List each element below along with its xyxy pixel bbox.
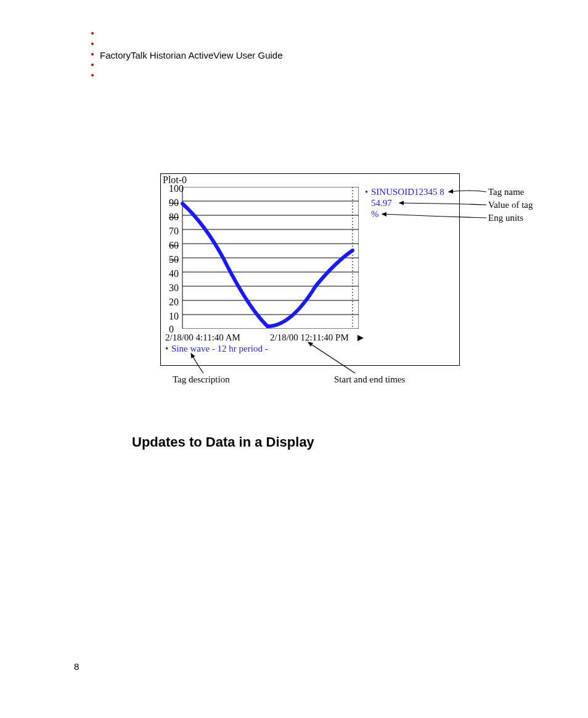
decorative-dot (91, 32, 94, 35)
decorative-dot (91, 43, 94, 45)
plot-svg (168, 187, 359, 329)
section-heading: Updates to Data in a Display (132, 434, 314, 450)
y-tick-40: 40 (169, 268, 179, 279)
plot-area (168, 187, 359, 329)
decorative-dot (91, 53, 94, 56)
play-forward-icon (356, 334, 365, 342)
y-tick-80: 80 (169, 212, 179, 223)
y-tick-90: 90 (169, 197, 179, 208)
legend-tag-value: 54.97 (371, 198, 392, 208)
document-header-title: FactoryTalk Historian ActiveView User Gu… (100, 50, 283, 60)
y-tick-50: 50 (169, 254, 179, 265)
legend-tag-units: % (371, 209, 379, 220)
y-tick-10: 10 (169, 311, 179, 322)
y-tick-60: 60 (169, 240, 179, 251)
y-tick-30: 30 (169, 283, 179, 294)
callout-value-label: Value of tag (488, 200, 533, 210)
svg-marker-11 (357, 335, 364, 341)
y-tick-100: 100 (169, 183, 184, 194)
x-axis-start-time: 2/18/00 4:11:40 AM (165, 332, 240, 343)
legend-tag-name: SINUSOID12345 8 (371, 187, 444, 197)
y-tick-20: 20 (169, 297, 179, 308)
callout-times-label: Start and end times (334, 374, 405, 385)
page-number: 8 (74, 661, 79, 672)
x-axis-end-time: 2/18/00 12:11:40 PM (270, 332, 349, 343)
callout-units-label: Eng units (488, 213, 523, 223)
tag-description-text: Sine wave - 12 hr period - (171, 344, 268, 354)
legend-bullet: • (365, 187, 368, 197)
decorative-dot (91, 74, 94, 76)
callout-desc-label: Tag description (173, 374, 230, 385)
decorative-dot (91, 64, 94, 66)
tag-description-bullet: • (165, 344, 168, 354)
plot-figure: Plot-0 100 90 80 (160, 173, 539, 395)
callout-tag-name-label: Tag name (488, 187, 525, 197)
y-tick-70: 70 (169, 226, 179, 237)
